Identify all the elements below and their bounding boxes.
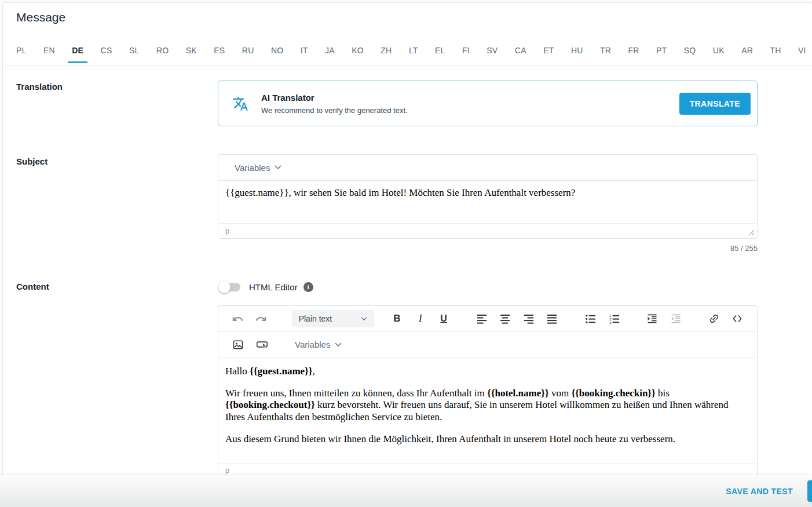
resize-handle-icon[interactable]: [748, 229, 755, 236]
tab-ca[interactable]: CA: [515, 46, 526, 63]
tab-th[interactable]: TH: [770, 46, 781, 63]
content-toolbar-row1: Plain text B I U: [218, 306, 757, 332]
tab-et[interactable]: ET: [543, 46, 554, 63]
outdent-icon: [670, 313, 682, 324]
align-left-button[interactable]: [474, 311, 490, 327]
content-element-path: p: [225, 466, 229, 475]
insert-button-button[interactable]: [254, 337, 270, 353]
link-button[interactable]: [706, 311, 722, 327]
tab-zh[interactable]: ZH: [381, 46, 392, 63]
html-editor-label: HTML Editor: [249, 282, 298, 292]
tab-sq[interactable]: SQ: [684, 46, 696, 63]
redo-button[interactable]: [253, 311, 269, 327]
tab-uk[interactable]: UK: [713, 46, 725, 63]
toggle-knob: [218, 281, 231, 293]
translate-button[interactable]: TRANSLATE: [679, 93, 751, 115]
align-justify-icon: [547, 313, 558, 324]
content-editor: Plain text B I U: [218, 305, 758, 477]
align-justify-button[interactable]: [544, 311, 560, 327]
save-and-test-button[interactable]: SAVE AND TEST: [726, 487, 793, 496]
tab-sk[interactable]: SK: [186, 46, 197, 63]
save-button-cutoff[interactable]: [807, 480, 812, 502]
image-icon: [232, 339, 244, 351]
format-dropdown[interactable]: Plain text: [292, 310, 374, 327]
underline-icon: U: [440, 313, 447, 324]
translate-icon: [232, 96, 248, 112]
insert-button-icon: [256, 338, 268, 351]
underline-button[interactable]: U: [436, 311, 451, 327]
subject-variables-dropdown[interactable]: Variables: [235, 163, 281, 173]
tab-pl[interactable]: PL: [16, 46, 27, 63]
html-editor-toggle[interactable]: [220, 283, 240, 291]
tabs-divider: [2, 65, 812, 66]
tab-sv[interactable]: SV: [487, 46, 498, 63]
align-right-icon: [524, 313, 535, 324]
subject-input[interactable]: {{guest.name}}, wir sehen Sie bald im Ho…: [218, 181, 757, 223]
content-paragraph: Aus diesem Grund bieten wir Ihnen die Mö…: [225, 433, 750, 446]
tab-ar[interactable]: AR: [741, 46, 753, 63]
content-label: Content: [16, 282, 49, 291]
undo-button[interactable]: [230, 311, 246, 327]
bullet-list-button[interactable]: [583, 311, 598, 327]
bold-icon: B: [393, 313, 400, 324]
content-variables-dropdown[interactable]: Variables: [295, 340, 342, 349]
align-center-icon: [500, 313, 511, 324]
chevron-down-icon: [335, 342, 342, 347]
subject-editor-toolbar: Variables: [218, 155, 757, 181]
align-center-button[interactable]: [498, 311, 513, 327]
tab-pt[interactable]: PT: [656, 46, 667, 63]
tab-ko[interactable]: KO: [352, 46, 364, 63]
outdent-button[interactable]: [668, 311, 683, 327]
tab-fi[interactable]: FI: [462, 46, 470, 63]
page-title: Message: [16, 10, 65, 24]
tab-el[interactable]: EL: [435, 46, 445, 63]
tab-ru[interactable]: RU: [242, 46, 254, 63]
numbered-list-button[interactable]: 123: [606, 311, 621, 327]
footer-bar: SAVE AND TEST: [0, 475, 812, 507]
tab-es[interactable]: ES: [214, 46, 225, 63]
numbered-list-icon: 123: [609, 313, 620, 324]
subject-statusbar: p: [218, 223, 757, 238]
indent-button[interactable]: [645, 311, 660, 327]
tab-vi[interactable]: VI: [798, 46, 806, 63]
align-right-button[interactable]: [521, 311, 536, 327]
chevron-down-icon: [275, 165, 281, 170]
code-button[interactable]: [730, 311, 745, 327]
ai-translator-description: We recommend to verify the generated tex…: [261, 106, 408, 115]
tab-sl[interactable]: SL: [129, 46, 140, 63]
tab-lt[interactable]: LT: [409, 46, 418, 63]
tab-no[interactable]: NO: [271, 46, 283, 63]
tab-it[interactable]: IT: [301, 46, 308, 63]
tab-de[interactable]: DE: [68, 46, 87, 63]
redo-icon: [255, 313, 267, 325]
tab-fr[interactable]: FR: [628, 46, 639, 63]
tab-ro[interactable]: RO: [156, 46, 169, 63]
content-paragraph: Hallo {{guest.name}},: [225, 366, 750, 378]
language-tabs: PLENDECSSLROSKESRUNOITJAKOZHLTELFISVCAET…: [16, 46, 806, 63]
indent-icon: [646, 313, 658, 324]
ai-translator-texts: AI Translator We recommend to verify the…: [261, 93, 408, 115]
ai-translator-title: AI Translator: [261, 93, 408, 103]
tab-hu[interactable]: HU: [571, 46, 583, 63]
italic-button[interactable]: I: [412, 311, 428, 327]
message-editor-page: Message PLENDECSSLROSKESRUNOITJAKOZHLTEL…: [0, 0, 812, 507]
code-icon: [731, 313, 743, 324]
undo-icon: [232, 313, 244, 325]
subject-element-path: p: [225, 227, 229, 235]
bold-button[interactable]: B: [389, 311, 405, 327]
subject-label: Subject: [16, 156, 47, 166]
content-toolbar-row2: Variables: [218, 332, 757, 358]
insert-image-button[interactable]: [230, 337, 246, 353]
tab-cs[interactable]: CS: [101, 46, 112, 63]
translation-label: Translation: [16, 82, 63, 92]
content-editor-body[interactable]: Hallo {{guest.name}},Wir freuen uns, Ihn…: [218, 358, 757, 446]
subject-variables-label: Variables: [235, 163, 270, 173]
align-left-icon: [477, 313, 488, 324]
tab-en[interactable]: EN: [43, 46, 55, 63]
format-dropdown-value: Plain text: [299, 314, 332, 323]
info-icon[interactable]: i: [303, 282, 313, 292]
bullet-list-icon: [585, 313, 596, 324]
tab-ja[interactable]: JA: [325, 46, 335, 63]
tab-tr[interactable]: TR: [600, 46, 611, 63]
content-statusbar: p: [218, 464, 757, 476]
